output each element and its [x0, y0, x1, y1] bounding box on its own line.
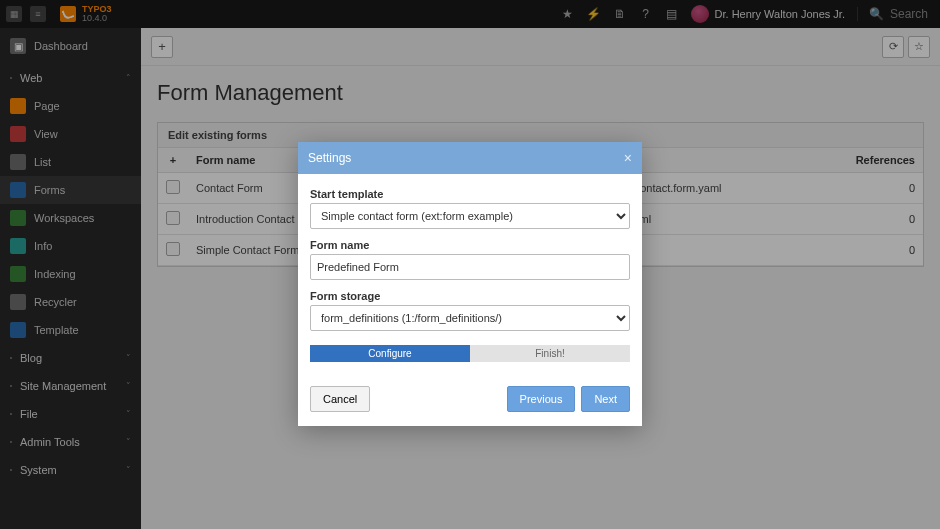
form-storage-select[interactable]: form_definitions (1:/form_definitions/) [310, 305, 630, 331]
field-start-template: Start template Simple contact form (ext:… [310, 188, 630, 229]
form-name-input[interactable] [310, 254, 630, 280]
form-storage-label: Form storage [310, 290, 630, 302]
next-button[interactable]: Next [581, 386, 630, 412]
modal-overlay: Settings × Start template Simple contact… [0, 0, 940, 529]
cancel-button[interactable]: Cancel [310, 386, 370, 412]
field-form-name: Form name [310, 239, 630, 280]
settings-modal: Settings × Start template Simple contact… [298, 142, 642, 426]
wizard-steps: Configure Finish! [310, 345, 630, 362]
modal-footer: Cancel Previous Next [298, 382, 642, 426]
modal-body: Start template Simple contact form (ext:… [298, 174, 642, 382]
start-template-label: Start template [310, 188, 630, 200]
modal-header: Settings × [298, 142, 642, 174]
start-template-select[interactable]: Simple contact form (ext:form example) [310, 203, 630, 229]
form-name-label: Form name [310, 239, 630, 251]
step-finish: Finish! [470, 345, 630, 362]
previous-button[interactable]: Previous [507, 386, 576, 412]
field-form-storage: Form storage form_definitions (1:/form_d… [310, 290, 630, 331]
step-configure: Configure [310, 345, 470, 362]
modal-title: Settings [308, 151, 351, 165]
close-icon[interactable]: × [624, 150, 632, 166]
